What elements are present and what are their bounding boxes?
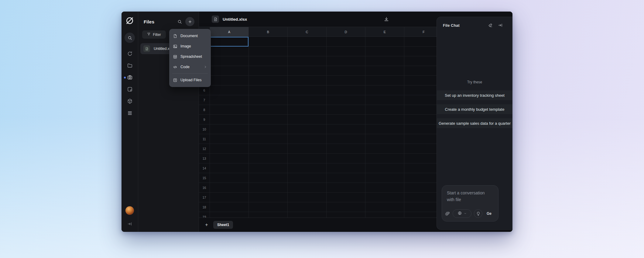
cell-C2[interactable] (287, 47, 326, 56)
cell-A9[interactable] (210, 115, 248, 124)
cell-B7[interactable] (248, 95, 287, 105)
cell-B2[interactable] (248, 47, 287, 56)
cell-D5[interactable] (326, 76, 365, 85)
collapse-right-icon[interactable] (498, 23, 503, 29)
cell-A10[interactable] (210, 124, 248, 134)
suggestion-3[interactable]: Generate sample sales data for a quarter (437, 118, 512, 128)
row-header-16[interactable]: 16 (199, 183, 210, 192)
cell-E5[interactable] (365, 76, 404, 85)
cell-D4[interactable] (326, 66, 365, 75)
cell-A4[interactable] (210, 66, 248, 75)
cell-D18[interactable] (326, 202, 365, 212)
cell-D1[interactable] (326, 37, 365, 46)
column-header-E[interactable]: E (365, 27, 404, 37)
cell-E8[interactable] (365, 105, 404, 114)
suggestion-1[interactable]: Set up an inventory tracking sheet (437, 90, 512, 100)
cell-A18[interactable] (210, 202, 248, 212)
cell-E2[interactable] (365, 47, 404, 56)
cell-D11[interactable] (326, 134, 365, 144)
cell-A11[interactable] (210, 134, 248, 144)
cell-A2[interactable] (210, 47, 248, 56)
row-header-14[interactable]: 14 (199, 163, 210, 173)
cell-B16[interactable] (248, 183, 287, 192)
cell-E14[interactable] (365, 163, 404, 173)
filter-button[interactable]: Filter (142, 30, 166, 39)
cell-E11[interactable] (365, 134, 404, 144)
cell-E3[interactable] (365, 56, 404, 66)
menu-item-code[interactable]: Code (169, 62, 211, 72)
logo-icon[interactable] (125, 16, 134, 26)
row-header-10[interactable]: 10 (199, 124, 210, 134)
row-header-13[interactable]: 13 (199, 154, 210, 163)
cell-E1[interactable] (365, 37, 404, 46)
cell-A3[interactable] (210, 56, 248, 66)
row-header-18[interactable]: 18 (199, 202, 210, 212)
cell-B12[interactable] (248, 144, 287, 153)
row-header-15[interactable]: 15 (199, 173, 210, 183)
cell-A5[interactable] (210, 76, 248, 85)
cell-B4[interactable] (248, 66, 287, 75)
cell-B6[interactable] (248, 85, 287, 95)
cell-A7[interactable] (210, 95, 248, 105)
cell-A15[interactable] (210, 173, 248, 183)
cell-C11[interactable] (287, 134, 326, 144)
cell-B11[interactable] (248, 134, 287, 144)
cell-D19[interactable] (326, 212, 365, 218)
menu-item-spreadsheet[interactable]: Spreadsheet (169, 51, 211, 62)
column-header-B[interactable]: B (248, 27, 287, 37)
collapse-right-icon[interactable] (127, 221, 132, 228)
cell-A6[interactable] (210, 85, 248, 95)
cell-E13[interactable] (365, 154, 404, 163)
selected-cell[interactable] (210, 37, 248, 47)
cell-A13[interactable] (210, 154, 248, 163)
cell-D6[interactable] (326, 85, 365, 95)
cell-D9[interactable] (326, 115, 365, 124)
add-file-button[interactable] (185, 17, 194, 26)
cell-C15[interactable] (287, 173, 326, 183)
row-header-12[interactable]: 12 (199, 144, 210, 153)
cell-A16[interactable] (210, 183, 248, 192)
cell-E10[interactable] (365, 124, 404, 134)
eraser-icon[interactable] (488, 23, 493, 29)
cell-C13[interactable] (287, 154, 326, 163)
cell-B14[interactable] (248, 163, 287, 173)
cell-B3[interactable] (248, 56, 287, 66)
cell-B8[interactable] (248, 105, 287, 114)
cell-C3[interactable] (287, 56, 326, 66)
menu-item-upload-files[interactable]: Upload Files (169, 75, 211, 85)
rail-item-cube-icon[interactable] (127, 98, 133, 104)
cell-D3[interactable] (326, 56, 365, 66)
rail-item-list-icon[interactable] (127, 110, 133, 116)
cell-C7[interactable] (287, 95, 326, 105)
cell-B10[interactable] (248, 124, 287, 134)
cell-E17[interactable] (365, 193, 404, 202)
cell-D14[interactable] (326, 163, 365, 173)
cell-C1[interactable] (287, 37, 326, 46)
cell-B18[interactable] (248, 202, 287, 212)
cell-B9[interactable] (248, 115, 287, 124)
column-header-A[interactable]: A (210, 27, 248, 37)
cell-C18[interactable] (287, 202, 326, 212)
cell-E15[interactable] (365, 173, 404, 183)
rail-item-refresh-icon[interactable] (127, 51, 133, 57)
cell-A17[interactable] (210, 193, 248, 202)
cell-B15[interactable] (248, 173, 287, 183)
cell-A14[interactable] (210, 163, 248, 173)
cell-B5[interactable] (248, 76, 287, 85)
rail-search-button[interactable] (125, 33, 135, 43)
cell-E7[interactable] (365, 95, 404, 105)
rail-item-save-icon[interactable] (127, 86, 133, 92)
cell-D15[interactable] (326, 173, 365, 183)
cell-A12[interactable] (210, 144, 248, 153)
add-sheet-button[interactable]: + (204, 222, 209, 228)
cell-D7[interactable] (326, 95, 365, 105)
cell-E12[interactable] (365, 144, 404, 153)
cell-C14[interactable] (287, 163, 326, 173)
row-header-7[interactable]: 7 (199, 95, 210, 105)
cell-D17[interactable] (326, 193, 365, 202)
menu-item-image[interactable]: Image (169, 41, 211, 51)
row-header-11[interactable]: 11 (199, 134, 210, 144)
row-header-19[interactable]: 19 (199, 212, 210, 218)
cell-D8[interactable] (326, 105, 365, 114)
cell-D12[interactable] (326, 144, 365, 153)
